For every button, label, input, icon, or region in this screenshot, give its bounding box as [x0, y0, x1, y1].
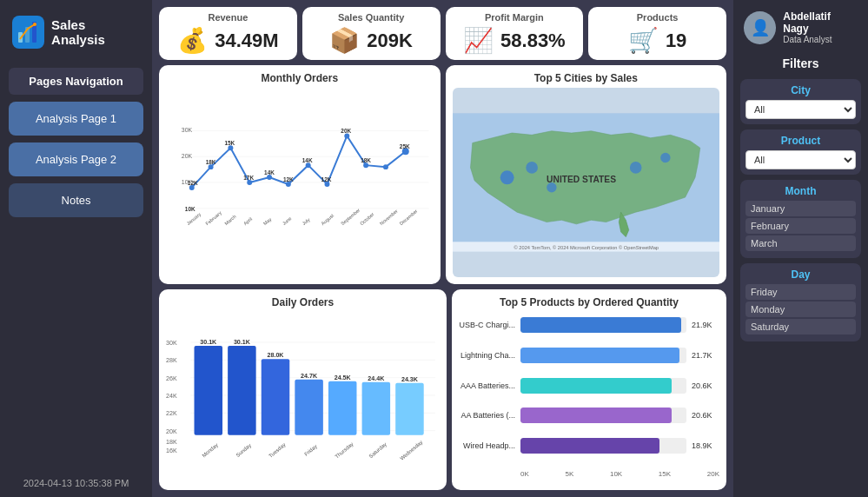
svg-text:18K: 18K — [206, 159, 216, 165]
svg-text:Friday: Friday — [303, 442, 319, 457]
revenue-icon: 💰 — [177, 26, 208, 55]
daily-orders-title: Daily Orders — [166, 296, 440, 308]
hbar-fill-lightning — [520, 348, 679, 363]
day-option-friday[interactable]: Friday — [745, 284, 856, 300]
product-filter-section: Product All — [740, 129, 861, 175]
svg-point-51 — [660, 153, 670, 162]
hbar-track-lightning — [520, 348, 686, 363]
hbar-x-15k: 15K — [659, 470, 671, 478]
top-cities-card: Top 5 Cities by Sales — [446, 65, 727, 284]
svg-text:16K: 16K — [166, 447, 177, 454]
day-option-saturday[interactable]: Saturday — [745, 319, 856, 335]
sidebar-header: Sales Analysis — [9, 9, 143, 56]
kpi-profit-margin: Profit Margin 📈 58.83% — [446, 7, 584, 60]
month-option-march[interactable]: March — [745, 235, 856, 251]
svg-text:August: August — [320, 213, 335, 227]
analysis-page-1-button[interactable]: Analysis Page 1 — [9, 102, 143, 136]
svg-text:30K: 30K — [182, 127, 193, 133]
hbar-label-aaa: AAA Batteries... — [459, 381, 515, 390]
bottom-row: Daily Orders 30K 28K 26K 24K 22K 20K 18K… — [159, 289, 726, 490]
hbar-track-aaa — [520, 378, 686, 394]
hbar-val-usbc: 21.9K — [692, 321, 719, 329]
top-products-chart: USB-C Chargi... 21.9K Lightning Cha... 2… — [459, 312, 719, 483]
svg-rect-74 — [262, 359, 290, 434]
analysis-page-2-button[interactable]: Analysis Page 2 — [9, 142, 143, 176]
svg-text:30.1K: 30.1K — [200, 339, 217, 346]
svg-text:25K: 25K — [400, 143, 410, 149]
hbar-row-lightning: Lightning Cha... 21.7K — [459, 348, 719, 363]
svg-rect-82 — [395, 383, 424, 435]
svg-point-50 — [629, 162, 641, 174]
svg-text:22K: 22K — [166, 410, 177, 417]
svg-text:UNITED STATES: UNITED STATES — [547, 175, 616, 184]
svg-point-48 — [500, 170, 514, 184]
svg-text:November: November — [379, 209, 399, 227]
svg-text:18K: 18K — [361, 157, 371, 163]
city-filter-section: City City All — [740, 79, 861, 124]
sidebar: Sales Analysis Pages Navigation Analysis… — [0, 0, 152, 497]
hbar-row-aa: AA Batteries (... 20.6K — [459, 408, 719, 423]
hbar-x-0k: 0K — [520, 470, 529, 478]
city-filter-select[interactable]: City All — [745, 100, 856, 119]
svg-text:Monday: Monday — [201, 441, 220, 459]
svg-text:Wednesday: Wednesday — [399, 438, 425, 461]
hbar-row-wired: Wired Headp... 18.9K — [459, 438, 719, 454]
svg-text:Tuesday: Tuesday — [268, 441, 288, 459]
notes-button[interactable]: Notes — [9, 183, 143, 217]
kpi-revenue-value: 34.49M — [215, 30, 278, 52]
hbar-val-lightning: 21.7K — [692, 351, 719, 360]
product-filter-title: Product — [745, 135, 856, 147]
hbar-label-lightning: Lightning Cha... — [459, 351, 515, 360]
svg-text:Saturday: Saturday — [368, 441, 388, 460]
svg-text:28.0K: 28.0K — [268, 352, 285, 359]
top-products-title: Top 5 Products by Ordered Quantity — [459, 296, 719, 308]
profit-icon: 📈 — [463, 26, 494, 55]
svg-rect-70 — [195, 346, 223, 435]
month-option-february[interactable]: February — [745, 218, 856, 234]
avatar: 👤 — [744, 11, 776, 44]
user-name: Abdellatif Nagy — [783, 10, 858, 35]
hbar-val-wired: 18.9K — [692, 441, 719, 450]
date-display: 2024-04-13 10:35:38 PM — [9, 469, 143, 488]
svg-text:January: January — [186, 211, 202, 226]
svg-text:14K: 14K — [264, 169, 275, 176]
day-filter-title: Day — [745, 268, 856, 281]
month-filter-title: Month — [745, 185, 856, 197]
hbar-label-wired: Wired Headp... — [459, 441, 515, 450]
user-role: Data Analyst — [783, 35, 858, 44]
hbar-track-aa — [520, 408, 686, 423]
svg-text:30K: 30K — [166, 340, 177, 347]
sales-qty-icon: 📦 — [329, 26, 360, 55]
svg-text:24.3K: 24.3K — [401, 376, 419, 383]
kpi-profit-value: 58.83% — [500, 30, 566, 52]
svg-text:30.1K: 30.1K — [234, 339, 251, 346]
kpi-revenue: Revenue 💰 34.49M — [159, 7, 297, 60]
svg-text:12K: 12K — [321, 176, 332, 182]
kpi-sales-qty-value: 209K — [367, 30, 413, 52]
month-option-january[interactable]: January — [745, 201, 856, 216]
svg-text:15K: 15K — [224, 140, 235, 146]
svg-text:12K: 12K — [188, 180, 198, 186]
svg-text:20K: 20K — [341, 128, 351, 134]
kpi-products-title: Products — [637, 12, 679, 23]
daily-orders-card: Daily Orders 30K 28K 26K 24K 22K 20K 18K… — [159, 289, 447, 490]
svg-point-3 — [33, 23, 36, 26]
hbar-fill-aaa — [520, 378, 672, 394]
kpi-profit-title: Profit Margin — [485, 12, 544, 23]
svg-text:24.4K: 24.4K — [368, 375, 385, 382]
hbar-fill-usbc — [520, 317, 681, 333]
svg-text:18K: 18K — [166, 439, 177, 446]
user-info: Abdellatif Nagy Data Analyst — [783, 10, 858, 44]
svg-text:December: December — [399, 209, 419, 227]
kpi-sales-qty-title: Sales Quantity — [338, 12, 404, 23]
svg-text:June: June — [282, 215, 293, 226]
kpi-products: Products 🛒 19 — [588, 7, 726, 60]
product-filter-select[interactable]: All — [745, 150, 856, 169]
svg-text:26K: 26K — [166, 375, 177, 382]
svg-text:October: October — [359, 211, 375, 226]
svg-rect-78 — [328, 381, 357, 435]
day-option-monday[interactable]: Monday — [745, 302, 856, 317]
products-icon: 🛒 — [628, 26, 659, 55]
svg-text:17K: 17K — [243, 175, 254, 181]
svg-text:September: September — [340, 208, 361, 227]
